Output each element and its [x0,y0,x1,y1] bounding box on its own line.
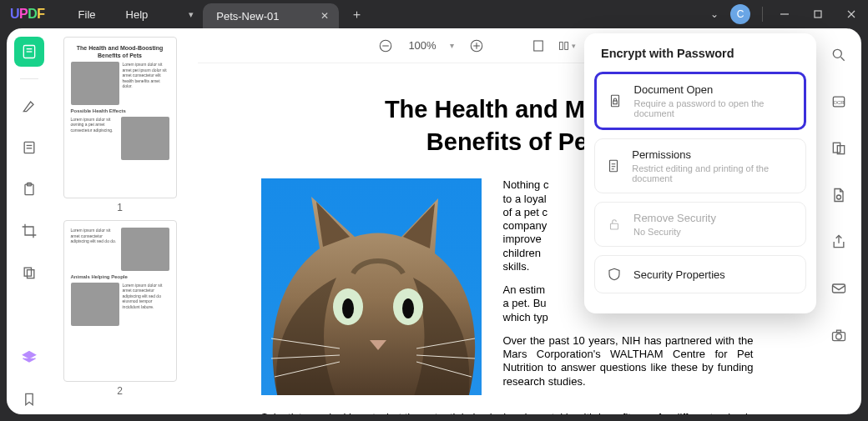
svg-rect-19 [533,41,542,51]
security-properties-option[interactable]: Security Properties [594,255,806,293]
tab-dropdown-icon[interactable]: ▾ [179,9,203,20]
fit-page-button[interactable] [529,37,548,55]
zoom-level: 100% [408,39,436,52]
thumbnails-tool[interactable] [14,37,44,67]
svg-point-39 [837,195,841,199]
permissions-icon [605,157,622,175]
tab-bar: ▾ Pets-New-01 ✕ ＋ [179,0,363,28]
svg-rect-12 [24,268,31,276]
shield-icon [605,265,623,283]
option-title: Remove Security [633,212,716,224]
doc-paragraph: Over the past 10 years, NIH has partnere… [503,334,754,388]
document-tab[interactable]: Pets-New-01 ✕ [203,3,339,28]
window-minimize-button[interactable] [768,0,801,28]
option-title: Document Open [634,83,795,96]
page-layout-dropdown[interactable]: ▾ [558,37,576,55]
svg-point-26 [402,298,414,318]
notes-tool[interactable] [14,133,44,163]
svg-rect-20 [559,42,563,49]
option-subtitle: No Security [633,227,716,237]
lock-document-icon [607,92,624,110]
thumb-title: The Health and Mood-Boosting Benefits of… [71,44,169,59]
right-toolbar: OCR [816,28,861,414]
camera-icon[interactable] [824,320,854,350]
svg-line-34 [841,58,845,61]
thumbnail-page-1[interactable]: The Health and Mood-Boosting Benefits of… [63,37,177,213]
svg-text:OCR: OCR [834,100,845,105]
search-icon[interactable] [824,40,854,70]
bookmark-tool[interactable] [14,384,44,414]
thumb-image [71,62,119,105]
document-open-option[interactable]: Document Open Require a password to open… [594,72,806,130]
mail-icon[interactable] [824,273,854,303]
thumb-page-number: 1 [63,202,177,213]
tab-add-button[interactable]: ＋ [351,7,363,23]
tab-label: Pets-New-01 [216,10,279,23]
window-maximize-button[interactable] [801,0,835,28]
svg-rect-21 [564,42,568,49]
svg-rect-7 [24,142,34,153]
crop-tool[interactable] [14,216,44,246]
zoom-out-button[interactable] [376,37,395,55]
remove-security-option[interactable]: Remove Security No Security [594,202,806,247]
titlebar: UPDF File Help ▾ Pets-New-01 ✕ ＋ ⌄ C [0,0,868,28]
svg-rect-37 [833,143,840,153]
svg-point-42 [836,333,842,339]
ocr-icon[interactable]: OCR [824,87,854,117]
option-title: Security Properties [633,268,725,281]
left-toolbar [7,28,52,414]
menu-help[interactable]: Help [111,8,164,21]
encrypt-panel: Encrypt with Password Document Open Requ… [584,33,816,313]
svg-rect-13 [28,270,34,278]
svg-point-33 [833,49,841,58]
option-subtitle: Restrict editing and printing of the doc… [632,163,797,183]
titlebar-chevron-icon[interactable]: ⌄ [699,8,730,20]
window-close-button[interactable] [835,0,868,28]
protect-icon[interactable] [824,180,854,210]
thumb-image [71,283,119,326]
share-icon[interactable] [824,227,854,257]
svg-rect-1 [815,11,821,18]
permissions-option[interactable]: Permissions Restrict editing and printin… [594,138,806,193]
zoom-dropdown-icon[interactable]: ▾ [450,41,454,50]
unlock-icon [605,215,623,233]
thumbnail-page-2[interactable]: Lorem ipsum dolor sit amet consectetur a… [63,220,177,397]
thumb-subhead: Possible Health Effects [71,108,169,115]
tab-close-icon[interactable]: ✕ [320,10,329,22]
svg-rect-46 [610,160,618,172]
clipboard-tool[interactable] [14,174,44,204]
svg-rect-43 [837,330,841,333]
highlighter-tool[interactable] [14,91,44,121]
app-logo: UPDF [10,7,45,22]
thumb-subhead: Animals Helping People [71,274,169,281]
svg-rect-45 [613,101,618,104]
thumb-image [121,117,169,160]
copy-tool[interactable] [14,258,44,288]
doc-paragraph: Scientists are looking at what the poten… [261,410,754,414]
svg-rect-47 [611,223,618,229]
doc-hero-image [261,178,482,395]
panel-title: Encrypt with Password [601,47,801,60]
menu-file[interactable]: File [63,8,111,21]
thumbnail-panel: The Health and Mood-Boosting Benefits of… [52,28,198,414]
thumb-page-number: 2 [63,385,177,397]
layers-tool[interactable] [14,343,44,373]
option-subtitle: Require a password to open the document [634,98,795,118]
svg-point-25 [342,298,354,318]
page-tool-icon[interactable] [824,133,854,163]
option-title: Permissions [632,148,797,161]
svg-rect-40 [833,284,845,293]
thumb-image [121,228,169,271]
user-avatar[interactable]: C [730,4,750,24]
zoom-in-button[interactable] [467,37,486,55]
